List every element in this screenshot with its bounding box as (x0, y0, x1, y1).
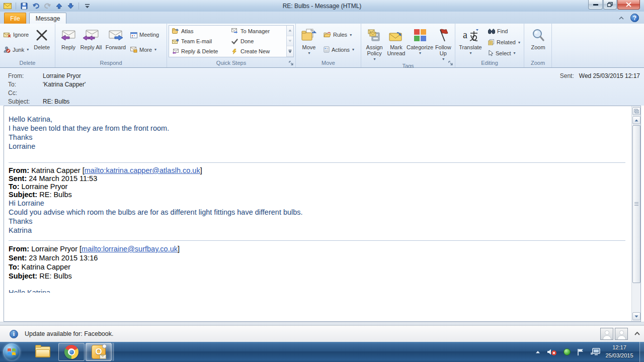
ribbon-group-delete: Ignore Junk ▾ (0, 24, 55, 67)
previous-item-icon[interactable] (54, 2, 63, 11)
tab-file[interactable]: File (4, 13, 26, 24)
taskbar-chrome-button[interactable] (58, 343, 85, 361)
reply-icon (60, 26, 76, 44)
tags-dialog-launcher-icon[interactable] (448, 61, 454, 66)
scrollbar-thumb[interactable] (632, 125, 640, 283)
group-label-quick-steps: Quick Steps (167, 59, 295, 67)
delete-button[interactable]: Delete (30, 25, 53, 59)
mark-unread-button[interactable]: Mark Unread (385, 25, 407, 62)
quick-step-reply-delete[interactable]: Reply & Delete (172, 47, 227, 56)
ignore-button[interactable]: Ignore (2, 30, 30, 40)
update-message: Update available for: Facebook. (25, 330, 114, 337)
scroll-up-icon[interactable] (632, 116, 640, 124)
categorize-button[interactable]: Categorize ▾ (407, 25, 433, 62)
help-icon[interactable]: ? (630, 14, 639, 22)
related-button[interactable]: Related ▾ (487, 38, 522, 47)
reply-all-icon (83, 26, 100, 44)
move-button[interactable]: Move ▾ (298, 25, 320, 59)
mailto-link[interactable]: mailto:lorraine@surfbay.co.uk (82, 245, 178, 253)
tab-message[interactable]: Message (29, 13, 66, 24)
avatar-placeholder[interactable] (600, 328, 613, 340)
sent-value: Wed 25/03/2015 12:17 (579, 72, 640, 79)
translate-button[interactable]: a Translate ▾ (457, 25, 484, 59)
chevron-down-icon: ▾ (419, 50, 421, 56)
more-respond-button[interactable]: More ▾ (129, 44, 160, 55)
minimize-ribbon-icon[interactable] (617, 14, 625, 22)
quoted-sent-line: Sent: 24 March 2015 11:53 (9, 174, 625, 183)
volume-muted-icon[interactable] (547, 348, 557, 356)
ribbon-group-move: Move ▾ Rules ▾ (296, 24, 361, 67)
follow-up-button[interactable]: Follow Up ▾ (433, 25, 453, 62)
chrome-icon (64, 345, 78, 359)
to-value[interactable]: 'Katrina Capper' (43, 81, 86, 88)
related-documents-icon (488, 39, 495, 45)
taskbar-outlook-button[interactable]: O (86, 343, 112, 361)
rules-button[interactable]: Rules ▾ (322, 30, 356, 40)
taskbar: O 12:17 25/03/2015 (0, 342, 644, 362)
window-controls (588, 0, 640, 10)
follow-up-flag-icon (437, 26, 449, 44)
undo-icon[interactable] (31, 2, 40, 11)
people-pane-splitter[interactable] (0, 322, 644, 325)
quoted-sent-line: Sent: 23 March 2015 13:16 (9, 253, 625, 262)
to-manager-icon (231, 28, 238, 34)
chevron-down-icon: ▾ (350, 33, 352, 37)
taskbar-clock[interactable]: 12:17 25/03/2015 (602, 343, 637, 359)
categorize-icon (414, 26, 427, 44)
ribbon-tab-row: File Message ? (0, 12, 644, 24)
vertical-scrollbar[interactable] (631, 106, 640, 321)
zoom-button[interactable]: Zoom (527, 25, 550, 59)
junk-button[interactable]: Junk ▾ (2, 44, 30, 55)
quick-step-team-email[interactable]: Team E-mail (172, 37, 227, 46)
tray-expand-icon[interactable] (535, 350, 540, 353)
find-button[interactable]: Find (487, 27, 522, 36)
scrollbar-top-button[interactable] (632, 107, 640, 115)
system-tray (535, 342, 601, 362)
body-line: Katrina (9, 226, 625, 235)
network-icon[interactable] (591, 348, 601, 356)
mailto-link[interactable]: mailto:katrina.capper@atlaslh.co.uk (85, 166, 200, 174)
quick-step-create-new[interactable]: Create New (231, 47, 284, 56)
gallery-scroll-down-icon[interactable] (287, 36, 293, 47)
outlook-app-icon[interactable] (3, 2, 12, 11)
checkmark-icon (231, 39, 238, 44)
reply-delete-icon (172, 49, 179, 54)
gallery-more-icon[interactable] (287, 46, 293, 57)
forward-button[interactable]: Forward (103, 25, 129, 59)
gallery-scroll-up-icon[interactable] (287, 26, 293, 36)
quick-step-atlas[interactable]: Atlas (172, 26, 227, 36)
customize-quick-access-icon[interactable] (83, 2, 92, 11)
action-center-flag-icon[interactable] (577, 348, 584, 356)
quick-step-to-manager[interactable]: To Manager (231, 26, 284, 36)
quoted-to-line: To: Lorraine Pryor (9, 183, 625, 191)
chevron-down-icon: ▾ (442, 56, 444, 62)
taskbar-stacked-window-edge[interactable] (113, 343, 114, 361)
start-button[interactable] (3, 343, 20, 360)
avatar-placeholder[interactable] (615, 328, 628, 340)
restore-button[interactable] (603, 0, 617, 10)
reply-button[interactable]: Reply (57, 25, 79, 59)
show-desktop-button[interactable] (639, 342, 644, 362)
chevron-down-icon: ▾ (514, 51, 516, 55)
move-folder-icon (301, 26, 316, 44)
cc-label: Cc: (8, 89, 43, 97)
message-body[interactable]: Hello Katrina, I have been told that the… (4, 106, 631, 321)
taskbar-explorer-button[interactable] (31, 343, 54, 361)
tray-status-icon[interactable] (564, 348, 571, 355)
ribbon-group-zoom: Zoom Zoom (524, 24, 552, 67)
people-pane-expand-icon[interactable] (634, 332, 640, 335)
reply-all-button[interactable]: Reply All (79, 25, 103, 59)
actions-button[interactable]: Actions ▾ (322, 44, 356, 55)
minimize-button[interactable] (588, 0, 603, 10)
quick-steps-dialog-launcher-icon[interactable] (289, 61, 294, 66)
next-item-icon[interactable] (66, 2, 75, 11)
assign-policy-button[interactable]: Assign Policy ▾ (363, 25, 385, 62)
subject-label: Subject: (8, 98, 43, 105)
close-button[interactable] (617, 0, 640, 10)
meeting-button[interactable]: Meeting (129, 30, 160, 40)
select-button[interactable]: Select ▾ (487, 48, 522, 58)
save-icon[interactable] (20, 2, 29, 11)
scroll-down-icon[interactable] (632, 312, 640, 320)
quick-step-done[interactable]: Done (231, 37, 284, 46)
from-value[interactable]: Lorraine Pryor (43, 72, 81, 79)
